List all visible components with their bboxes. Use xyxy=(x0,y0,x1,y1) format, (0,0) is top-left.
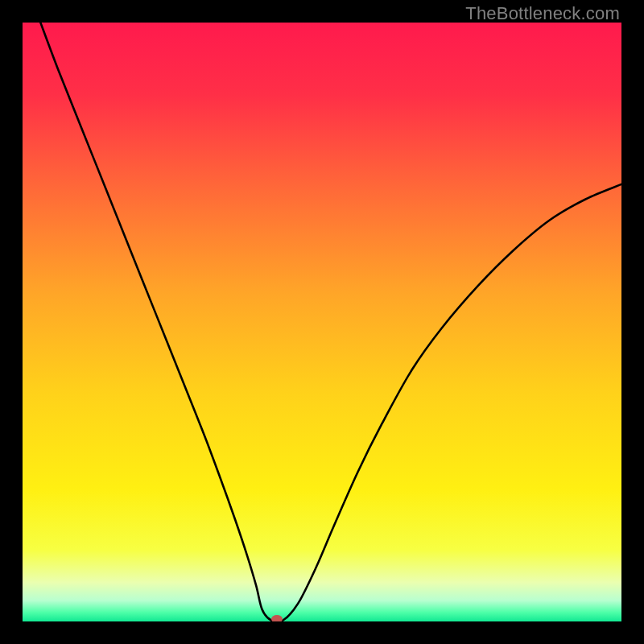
plot-area xyxy=(23,23,621,621)
minimum-marker-dot xyxy=(271,615,283,621)
bottleneck-curve xyxy=(23,23,621,621)
outer-frame: TheBottleneck.com xyxy=(0,0,644,644)
watermark-text: TheBottleneck.com xyxy=(465,3,620,24)
